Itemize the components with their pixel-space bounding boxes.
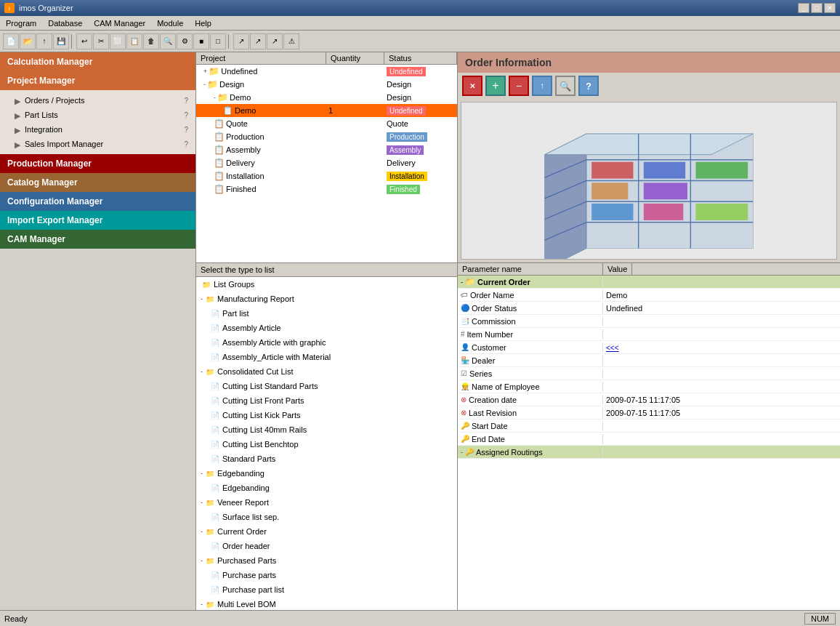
toolbar-extra2[interactable]: □ bbox=[210, 33, 226, 49]
expand-icon[interactable]: - bbox=[214, 94, 216, 101]
tree-row[interactable]: - 📁 Demo Design bbox=[196, 91, 457, 104]
list-item[interactable]: 📄 Purchase parts bbox=[196, 568, 457, 582]
content-area: Project Quantity Status + 📁 Undefined bbox=[196, 52, 840, 610]
expand-icon[interactable]: - bbox=[201, 295, 203, 302]
sidebar-header-calc[interactable]: Calculation Manager bbox=[0, 52, 195, 71]
maximize-button[interactable]: □ bbox=[811, 3, 823, 13]
toolbar-export2[interactable]: ↗ bbox=[250, 33, 266, 49]
toolbar-copy[interactable]: ⬜ bbox=[110, 33, 126, 49]
sidebar-item-integration[interactable]: ▶ Integration ? bbox=[0, 122, 195, 137]
tree-row[interactable]: 📋 Production Production bbox=[196, 130, 457, 143]
menu-database[interactable]: Database bbox=[45, 18, 85, 28]
expand-icon[interactable]: - bbox=[201, 528, 203, 535]
sidebar-item-partlists[interactable]: ▶ Part Lists ? bbox=[0, 108, 195, 122]
window-controls[interactable]: _ □ ✕ bbox=[798, 3, 836, 13]
toolbar-extra1[interactable]: ■ bbox=[193, 33, 209, 49]
toolbar-export1[interactable]: ↗ bbox=[233, 33, 249, 49]
sidebar-header-project[interactable]: Project Manager bbox=[0, 71, 195, 90]
order-add-button[interactable]: + bbox=[485, 76, 506, 96]
bottom-pane: Select the type to list 📁 List Groups - … bbox=[196, 263, 840, 610]
toolbar-delete[interactable]: 🗑 bbox=[143, 33, 159, 49]
sidebar-item-orders[interactable]: ▶ Orders / Projects ? bbox=[0, 93, 195, 108]
toolbar-settings[interactable]: ⚙ bbox=[177, 33, 193, 49]
sidebar-header-import-export[interactable]: Import Export Manager bbox=[0, 211, 195, 230]
list-item[interactable]: 📄 Surface list sep. bbox=[196, 510, 457, 524]
list-item[interactable]: 📄 Cutting List Front Parts bbox=[196, 393, 457, 408]
preview-svg bbox=[461, 103, 836, 259]
toolbar-up[interactable]: ↑ bbox=[36, 33, 52, 49]
tree-row[interactable]: 📋 Finished Finished bbox=[196, 182, 457, 196]
param-value-cell bbox=[603, 360, 840, 361]
tree-row[interactable]: 📋 Installation Installation bbox=[196, 169, 457, 182]
collapse-icon[interactable]: - bbox=[461, 278, 463, 286]
list-item[interactable]: 📄 Assembly Article bbox=[196, 321, 457, 335]
list-item[interactable]: 📄 Cutting List Benchtop bbox=[196, 437, 457, 452]
sidebar-header-config[interactable]: Configuration Manager bbox=[0, 192, 195, 211]
toolbar-warning[interactable]: ⚠ bbox=[283, 33, 299, 49]
list-item[interactable]: 📄 Assembly_Article with Material bbox=[196, 350, 457, 364]
menu-program[interactable]: Program bbox=[3, 18, 39, 28]
list-item[interactable]: - 📁 Purchased Parts bbox=[196, 553, 457, 568]
tree-row[interactable]: 📋 Quote Quote bbox=[196, 117, 457, 130]
list-item[interactable]: - 📁 Consolidated Cut List bbox=[196, 364, 457, 379]
order-search-button[interactable]: 🔍 bbox=[555, 76, 576, 96]
order-delete-button[interactable]: − bbox=[509, 76, 529, 96]
tree-row[interactable]: - 📁 Design Design bbox=[196, 78, 457, 91]
expand-icon[interactable]: - bbox=[201, 470, 203, 477]
list-item[interactable]: 📄 Assembly Article with graphic bbox=[196, 335, 457, 350]
expand-icon[interactable]: - bbox=[201, 499, 203, 506]
doc-icon: 📄 bbox=[209, 438, 221, 450]
order-import-button[interactable]: ✕ bbox=[462, 76, 482, 96]
expand-icon[interactable]: - bbox=[203, 81, 206, 88]
list-item[interactable]: 📄 Part list bbox=[196, 306, 457, 321]
menu-help[interactable]: Help bbox=[192, 18, 214, 28]
expand-icon[interactable]: - bbox=[201, 601, 203, 608]
menu-module[interactable]: Module bbox=[154, 18, 186, 28]
tree-row[interactable]: 📋 Delivery Delivery bbox=[196, 156, 457, 169]
list-item[interactable]: 📄 Cutting List Kick Parts bbox=[196, 408, 457, 422]
toolbar-new[interactable]: 📄 bbox=[3, 33, 19, 49]
list-item[interactable]: 📄 Cutting List Standard Parts bbox=[196, 379, 457, 393]
list-item[interactable]: - 📁 Veneer Report bbox=[196, 495, 457, 510]
toolbar-find[interactable]: 🔍 bbox=[160, 33, 176, 49]
order-upload-button[interactable]: ↑ bbox=[532, 76, 552, 96]
tree-row[interactable]: 📋 Assembly Assembly bbox=[196, 143, 457, 156]
param-value-cell: <<< bbox=[603, 342, 840, 353]
list-item[interactable]: 📄 Order header bbox=[196, 539, 457, 553]
toolbar-paste[interactable]: 📋 bbox=[126, 33, 142, 49]
list-item[interactable]: - 📁 Multi Level BOM bbox=[196, 597, 457, 610]
expand-icon[interactable]: - bbox=[201, 368, 203, 375]
param-name-cell: 🏪 Dealer bbox=[458, 356, 603, 366]
toolbar-export3[interactable]: ↗ bbox=[267, 33, 283, 49]
list-item[interactable]: - 📁 Manufacturing Report bbox=[196, 292, 457, 306]
list-item[interactable]: 📄 Edgebanding bbox=[196, 481, 457, 495]
expand-icon[interactable]: - bbox=[201, 557, 203, 564]
customer-link[interactable]: <<< bbox=[606, 344, 619, 352]
list-item[interactable]: 📁 List Groups bbox=[196, 277, 457, 292]
menu-cam-manager[interactable]: CAM Manager bbox=[91, 18, 148, 28]
minimize-button[interactable]: _ bbox=[798, 3, 809, 13]
folder-icon: 📁 bbox=[209, 66, 219, 76]
list-item[interactable]: - 📁 Current Order bbox=[196, 524, 457, 539]
list-item[interactable]: 📄 Purchase part list bbox=[196, 582, 457, 597]
collapse-icon[interactable]: - bbox=[461, 449, 463, 456]
order-help-button[interactable]: ? bbox=[578, 76, 599, 96]
list-item[interactable]: 📄 Standard Parts bbox=[196, 452, 457, 466]
toolbar-cut[interactable]: ✂ bbox=[93, 33, 109, 49]
sidebar-header-catalog[interactable]: Catalog Manager bbox=[0, 173, 195, 192]
tree-row-selected[interactable]: 📋 Demo 1 Undefined bbox=[196, 104, 457, 117]
param-label: Last Revision bbox=[469, 409, 517, 417]
status-icon: 🔵 bbox=[461, 304, 469, 312]
toolbar-open[interactable]: 📂 bbox=[20, 33, 36, 49]
param-name-cell: ☑ Series bbox=[458, 369, 603, 379]
list-item[interactable]: 📄 Cutting List 40mm Rails bbox=[196, 422, 457, 437]
toolbar-back[interactable]: ↩ bbox=[76, 33, 92, 49]
list-item[interactable]: - 📁 Edgebanding bbox=[196, 466, 457, 481]
sidebar-header-cam[interactable]: CAM Manager bbox=[0, 230, 195, 249]
toolbar-save[interactable]: 💾 bbox=[53, 33, 69, 49]
sidebar-header-production[interactable]: Production Manager bbox=[0, 154, 195, 173]
sidebar-item-sales-import[interactable]: ▶ Sales Import Manager ? bbox=[0, 137, 195, 151]
close-button[interactable]: ✕ bbox=[824, 3, 836, 13]
tree-row[interactable]: + 📁 Undefined Undefined bbox=[196, 65, 457, 78]
expand-icon[interactable]: + bbox=[203, 68, 207, 75]
